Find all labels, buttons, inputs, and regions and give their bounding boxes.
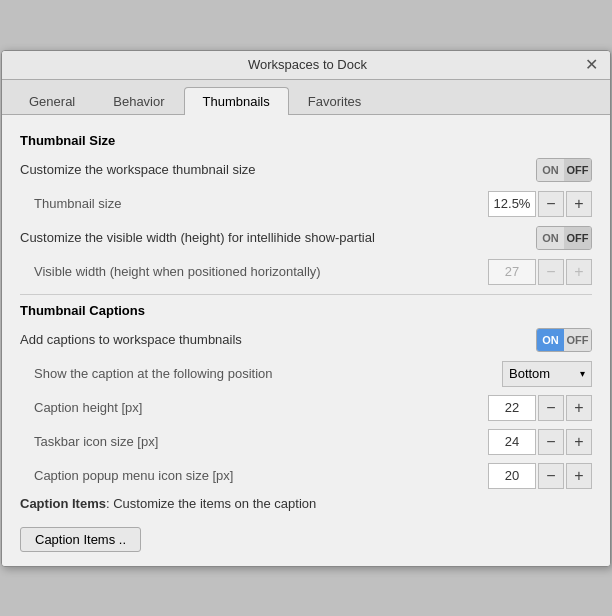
caption-height-minus-button[interactable]: − bbox=[538, 395, 564, 421]
visible-height-row: Visible width (height when positioned ho… bbox=[20, 258, 592, 286]
close-button[interactable]: ✕ bbox=[583, 57, 600, 73]
customize-workspace-size-label: Customize the workspace thumbnail size bbox=[20, 162, 256, 177]
toggle-off-label[interactable]: OFF bbox=[564, 159, 591, 181]
taskbar-icon-input[interactable] bbox=[488, 429, 536, 455]
visible-width-label: Customize the visible width (height) for… bbox=[20, 230, 375, 245]
popup-icon-plus-button[interactable]: + bbox=[566, 463, 592, 489]
add-captions-toggle: ON OFF bbox=[536, 328, 592, 352]
toggle-visible-width[interactable]: ON OFF bbox=[536, 226, 592, 250]
thumbnail-size-input[interactable] bbox=[488, 191, 536, 217]
caption-height-plus-button[interactable]: + bbox=[566, 395, 592, 421]
taskbar-icon-minus-button[interactable]: − bbox=[538, 429, 564, 455]
caption-height-input[interactable] bbox=[488, 395, 536, 421]
toggle-on-part-captions[interactable]: ON bbox=[537, 329, 564, 351]
caption-items-bold-label: Caption Items bbox=[20, 496, 106, 511]
position-dropdown-controls: Bottom ▾ bbox=[502, 361, 592, 387]
position-dropdown[interactable]: Bottom ▾ bbox=[502, 361, 592, 387]
caption-height-controls: − + bbox=[488, 395, 592, 421]
thumbnail-size-section-title: Thumbnail Size bbox=[20, 133, 592, 148]
tab-favorites[interactable]: Favorites bbox=[289, 87, 380, 115]
popup-icon-controls: − + bbox=[488, 463, 592, 489]
tab-content: Thumbnail Size Customize the workspace t… bbox=[2, 115, 610, 566]
visible-width-row: Customize the visible width (height) for… bbox=[20, 224, 592, 252]
visible-height-input bbox=[488, 259, 536, 285]
toggle-customize-workspace[interactable]: ON OFF bbox=[536, 158, 592, 182]
customize-workspace-size-row: Customize the workspace thumbnail size O… bbox=[20, 156, 592, 184]
thumbnail-size-row: Thumbnail size − + bbox=[20, 190, 592, 218]
caption-items-info-row: Caption Items : Customize the items on t… bbox=[20, 496, 592, 511]
thumbnail-size-label: Thumbnail size bbox=[20, 196, 121, 211]
customize-workspace-toggle: ON OFF bbox=[536, 158, 592, 182]
tab-behavior[interactable]: Behavior bbox=[94, 87, 183, 115]
section-divider bbox=[20, 294, 592, 295]
toggle-on-part[interactable]: ON bbox=[537, 227, 564, 249]
taskbar-icon-row: Taskbar icon size [px] − + bbox=[20, 428, 592, 456]
popup-icon-minus-button[interactable]: − bbox=[538, 463, 564, 489]
caption-items-button[interactable]: Caption Items .. bbox=[20, 527, 141, 552]
caption-height-label: Caption height [px] bbox=[20, 400, 142, 415]
main-window: Workspaces to Dock ✕ General Behavior Th… bbox=[1, 50, 611, 567]
visible-height-minus-button: − bbox=[538, 259, 564, 285]
dropdown-arrow-icon: ▾ bbox=[580, 368, 585, 379]
caption-items-description: : Customize the items on the caption bbox=[106, 496, 316, 511]
popup-icon-row: Caption popup menu icon size [px] − + bbox=[20, 462, 592, 490]
titlebar: Workspaces to Dock ✕ bbox=[2, 51, 610, 80]
show-position-label: Show the caption at the following positi… bbox=[20, 366, 273, 381]
taskbar-icon-controls: − + bbox=[488, 429, 592, 455]
toggle-off-part-captions[interactable]: OFF bbox=[564, 329, 591, 351]
toggle-add-captions[interactable]: ON OFF bbox=[536, 328, 592, 352]
popup-icon-input[interactable] bbox=[488, 463, 536, 489]
tab-general[interactable]: General bbox=[10, 87, 94, 115]
add-captions-row: Add captions to workspace thumbnails ON … bbox=[20, 326, 592, 354]
visible-height-controls: − + bbox=[488, 259, 592, 285]
window-title: Workspaces to Dock bbox=[32, 57, 583, 72]
visible-height-plus-button: + bbox=[566, 259, 592, 285]
visible-width-toggle: ON OFF bbox=[536, 226, 592, 250]
toggle-off-part[interactable]: OFF bbox=[564, 227, 591, 249]
tab-thumbnails[interactable]: Thumbnails bbox=[184, 87, 289, 115]
thumbnail-size-minus-button[interactable]: − bbox=[538, 191, 564, 217]
caption-height-row: Caption height [px] − + bbox=[20, 394, 592, 422]
thumbnail-size-plus-button[interactable]: + bbox=[566, 191, 592, 217]
thumbnail-captions-section-title: Thumbnail Captions bbox=[20, 303, 592, 318]
taskbar-icon-plus-button[interactable]: + bbox=[566, 429, 592, 455]
toggle-on-label[interactable]: ON bbox=[537, 159, 564, 181]
visible-height-label: Visible width (height when positioned ho… bbox=[20, 264, 321, 279]
add-captions-label: Add captions to workspace thumbnails bbox=[20, 332, 242, 347]
popup-icon-label: Caption popup menu icon size [px] bbox=[20, 468, 233, 483]
taskbar-icon-label: Taskbar icon size [px] bbox=[20, 434, 158, 449]
position-value: Bottom bbox=[509, 366, 550, 381]
thumbnail-size-controls: − + bbox=[488, 191, 592, 217]
show-position-row: Show the caption at the following positi… bbox=[20, 360, 592, 388]
tab-bar: General Behavior Thumbnails Favorites bbox=[2, 80, 610, 115]
